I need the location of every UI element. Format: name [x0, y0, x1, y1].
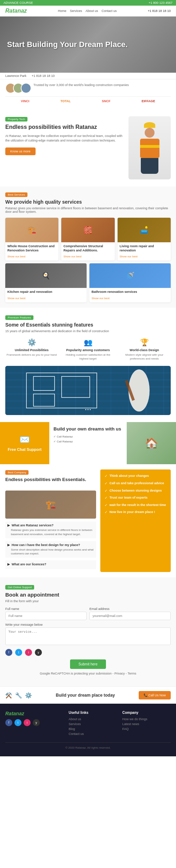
footer-link-contact[interactable]: Contact us: [69, 732, 117, 736]
service-link-5[interactable]: Show our best: [92, 297, 109, 300]
footer-instagram-icon[interactable]: i: [24, 719, 31, 726]
checklist-text-3: Choose between stunning designs: [109, 488, 162, 493]
feature-title-2: Popularity among customers: [62, 348, 114, 352]
check-icon-5: ✓: [105, 503, 107, 507]
nav-services[interactable]: Services: [70, 9, 82, 13]
services-description: Ratanaz gives you extensive service in d…: [5, 206, 171, 213]
checklist-item-1: ✓ Think about your changes: [105, 474, 166, 478]
chat-envelope-icon: ✉️: [19, 435, 30, 445]
twitter-icon[interactable]: t: [15, 649, 22, 656]
cta-tool-icon-2: 🔧: [15, 692, 22, 699]
nav-about[interactable]: About us: [86, 9, 98, 13]
header: Ratanaz Home Services About us Contact u…: [0, 6, 176, 17]
service-card-4: 🍳 Kitchen repair and renovation Show our…: [5, 263, 87, 302]
chat-heading: Build your own dreams with us: [54, 426, 122, 432]
recaptcha-text: Google ReCAPTCHA is protecting your subm…: [5, 672, 171, 675]
service-title-4: Kitchen repair and renovation: [7, 290, 84, 294]
service-img-3: 🛋️: [118, 218, 171, 242]
chat-middle: Build your own dreams with us ✓ Call Rat…: [49, 422, 127, 464]
checklist-item-6: ✓ Now live in your dream place !: [105, 510, 166, 514]
nav-home[interactable]: Home: [58, 9, 66, 13]
hero-content: Start Building Your Dream Place.: [7, 40, 128, 50]
message-textarea[interactable]: [5, 627, 171, 645]
faq-toggle-1[interactable]: ▶: [7, 524, 10, 527]
faq-question-3: ▶ What are our licences?: [7, 563, 94, 566]
feature-icon-1: ⚙️: [5, 338, 58, 347]
service-title-5: Bathroom renovation services: [92, 290, 169, 294]
chat-right: 🏠: [127, 422, 176, 464]
instagram-icon[interactable]: i: [25, 649, 32, 656]
house-image: 🏠: [127, 422, 176, 464]
service-card-2: 🧱 Comprehensive Structural Repairs and A…: [61, 218, 114, 261]
phone-text: +1 818 18 18 10: [32, 74, 55, 78]
footer-link-blog[interactable]: Blog: [69, 727, 117, 731]
feature-title-1: Unlimited Possibilities: [5, 348, 58, 352]
faq-item-1: ▶ What are Ratanaz services? Ratanaz giv…: [5, 521, 96, 538]
logo[interactable]: Ratanaz: [5, 8, 27, 14]
submit-button[interactable]: Submit here: [70, 659, 106, 669]
faq-answer-1: Ratanaz gives you extensive service in d…: [7, 528, 94, 536]
facebook-icon[interactable]: f: [5, 649, 12, 656]
endless-section: Property Tech Endless possibilities with…: [0, 109, 176, 186]
email-input[interactable]: [89, 612, 171, 620]
features-section: Premium Features Some of Essentials stun…: [0, 308, 176, 422]
fullname-group: Full name: [5, 607, 87, 620]
checklist-item-5: ✓ wait for the result in the shortest ti…: [105, 503, 166, 507]
feature-item-1: ⚙️ Unlimited Possibilities Framework del…: [5, 338, 58, 361]
faq-item-3: ▶ What are our licences?: [5, 560, 96, 569]
service-link-4[interactable]: Show our best: [7, 297, 25, 300]
know-more-button[interactable]: Know us more: [5, 147, 36, 155]
youtube-icon[interactable]: y: [35, 649, 42, 656]
feature-icon-2: 👥: [62, 338, 114, 347]
check-icon-4: ✓: [105, 496, 107, 500]
chat-left: ✉️ Free Chat Support: [0, 422, 49, 464]
fullname-input[interactable]: [5, 612, 87, 620]
checklist-item-3: ✓ Choose between stunning designs: [105, 488, 166, 493]
slider-dots: • • •: [5, 406, 171, 413]
endless-badge: Property Tech: [5, 117, 27, 121]
footer-twitter-icon[interactable]: t: [14, 719, 21, 726]
blueprint-image: • • •: [5, 366, 171, 415]
appointment-section: Get Online Support Book an appointment F…: [0, 577, 176, 686]
services-heading: We provide high quality services: [5, 199, 171, 205]
service-link-3[interactable]: Show our best: [120, 255, 138, 258]
faq-toggle-2[interactable]: ▶: [7, 543, 10, 547]
check-icon-3: ✓: [105, 489, 107, 493]
service-title-2: Comprehensive Structural Repairs and Add…: [63, 244, 112, 252]
nav-contact[interactable]: Contact us: [102, 9, 117, 13]
footer-company-link-2[interactable]: Latest news: [122, 722, 171, 726]
footer-link-about[interactable]: About us: [69, 717, 117, 721]
check-icon-6: ✓: [105, 510, 107, 514]
checklist-text-4: Trust our team of experts: [109, 495, 147, 500]
service-link-2[interactable]: Show our best: [63, 255, 81, 258]
cta-icons: ⚒️ 🔧 ⚙️: [5, 692, 32, 699]
cta-text: Build your dream place today: [56, 693, 115, 698]
features-row: ⚙️ Unlimited Possibilities Framework del…: [5, 338, 171, 361]
service-card-3: 🛋️ Living room repair and renovation Sho…: [118, 218, 171, 261]
appointment-heading: Book an appointment: [5, 592, 171, 598]
footer-brand: Ratanaz f t i y: [5, 711, 63, 737]
message-label: Write your message below: [5, 623, 171, 626]
faq-item-2: ▶ How can I have the best design for my …: [5, 541, 96, 558]
footer-company-link-1[interactable]: How we do things: [122, 717, 171, 721]
services-grid-bottom: 🍳 Kitchen repair and renovation Show our…: [5, 263, 171, 302]
service-card-5: 🚿 Bathroom renovation services Show our …: [89, 263, 171, 302]
endless-text: Property Tech Endless possibilities with…: [5, 116, 123, 155]
call-us-now-button[interactable]: 📞 Call Us Now: [139, 691, 171, 699]
footer-facebook-icon[interactable]: f: [5, 719, 12, 726]
feature-desc-3: Modern style aligned with your preferenc…: [118, 353, 171, 361]
partner-total: TOTAL: [61, 99, 71, 103]
essentials-right: ✓ Think about your changes ✓ Call us and…: [100, 469, 171, 572]
footer-company-link-3[interactable]: FAQ: [122, 727, 171, 731]
trusted-text: Trusted by over 3,000 of the world's lea…: [33, 83, 129, 93]
check-icon-2: ✓: [105, 481, 107, 485]
footer-link-services[interactable]: Services: [69, 722, 117, 726]
service-card-1: 🏗️ Whole House Construction and Renovati…: [5, 218, 58, 261]
essentials-badge: Best Company: [5, 470, 29, 475]
services-badge: Best Services: [5, 192, 27, 197]
faq-question-1: ▶ What are Ratanaz services?: [7, 524, 94, 527]
footer-youtube-icon[interactable]: y: [33, 719, 40, 726]
service-link-1[interactable]: Show our best: [7, 255, 25, 258]
footer-top: Ratanaz f t i y Useful links About us Se…: [5, 711, 171, 737]
faq-toggle-3[interactable]: ▶: [7, 563, 10, 566]
